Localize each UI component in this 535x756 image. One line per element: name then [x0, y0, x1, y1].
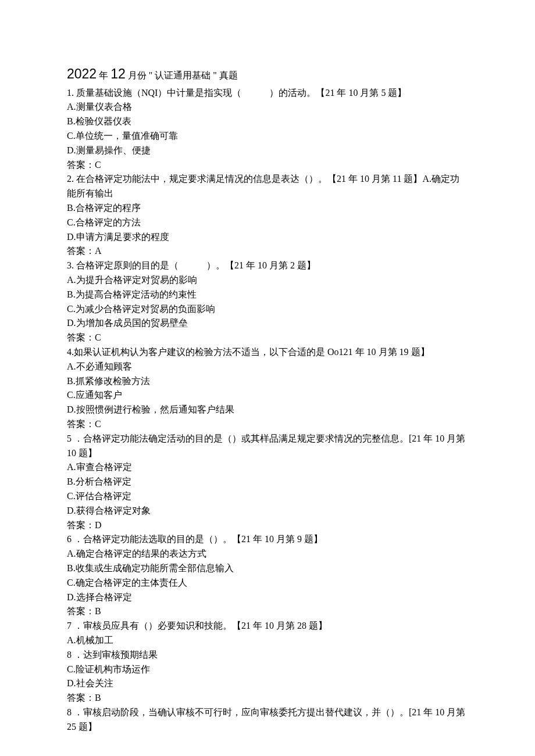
option-d: D.申请方满足要求的程度	[67, 230, 468, 245]
option-c: C.为减少合格评定对贸易的负面影响	[67, 302, 468, 317]
option-b: B.收集或生成确定功能所需全部信息输入	[67, 561, 468, 576]
question-6: 6 ．合格评定功能法选取的目的是（）。【21 年 10 月第 9 题】 A.确定…	[67, 532, 468, 619]
option-b: B.合格评定的程序	[67, 201, 468, 216]
option-d: D.按照惯例进行检验，然后通知客户结果	[67, 403, 468, 417]
option-c: C.险证机构市场运作	[67, 662, 468, 677]
question-8: 8 ．审核启动阶段，当确认审核不可行时，应向审核委托方提出替代建议，并（）。[2…	[67, 705, 468, 734]
question-1: 1. 质量基础设施（NQI）中计量是指实现（ ）的活动。【21 年 10 月第 …	[67, 86, 468, 173]
option-c: C.合格评定的方法	[67, 216, 468, 230]
option-a: A.不必通知顾客	[67, 360, 468, 374]
title-month: 12	[110, 66, 126, 81]
question-stem: 8 ．审核启动阶段，当确认审核不可行时，应向审核委托方提出替代建议，并（）。[2…	[67, 705, 468, 734]
option-d: D.选择合格评定	[67, 590, 468, 605]
option-c: C.评估合格评定	[67, 489, 468, 504]
option-b: B.抓紧修改检验方法	[67, 374, 468, 389]
question-3: 3. 合格评定原则的目的是（ ）。【21 年 10 月第 2 题】 A.为提升合…	[67, 259, 468, 345]
option-a: A.机械加工	[67, 633, 468, 648]
answer: 答案：C	[67, 331, 468, 345]
question-stem: 7 ．审核员应具有（）必要知识和技能。【21 年 10 月第 28 题】	[67, 619, 468, 633]
title-year-suffix: 年	[97, 70, 110, 80]
title-month-suffix: 月份 " 认证通用基础 " 真题	[126, 70, 238, 80]
answer: 答案：C	[67, 417, 468, 432]
answer: 答案：D	[67, 518, 468, 533]
document-title: 2022 年 12 月份 " 认证通用基础 " 真题	[67, 64, 468, 85]
question-stem: 5 ．合格评定功能法确定活动的目的是（）或其样品满足规定要求情况的完整信息。[2…	[67, 432, 468, 461]
question-stem: 4.如果认证机构认为客户建议的检验方法不适当，以下合适的是 Oo121 年 10…	[67, 345, 468, 360]
question-stem: 3. 合格评定原则的目的是（ ）。【21 年 10 月第 2 题】	[67, 259, 468, 273]
question-stem: 1. 质量基础设施（NQI）中计量是指实现（ ）的活动。【21 年 10 月第 …	[67, 86, 468, 101]
option-c: C.确定合格评定的主体责任人	[67, 576, 468, 590]
answer: 答案：B	[67, 691, 468, 705]
question-5: 5 ．合格评定功能法确定活动的目的是（）或其样品满足规定要求情况的完整信息。[2…	[67, 432, 468, 533]
option-a: A.测量仪表合格	[67, 100, 468, 114]
option-d: D.测量易操作、便捷	[67, 144, 468, 158]
option-c: C.应通知客户	[67, 388, 468, 403]
question-stem: 6 ．合格评定功能法选取的目的是（）。【21 年 10 月第 9 题】	[67, 532, 468, 547]
option-d: D.为增加各成员国的贸易壁垒	[67, 316, 468, 331]
title-year: 2022	[67, 66, 97, 81]
option-a: A.确定合格评定的结果的表达方式	[67, 547, 468, 561]
answer: 答案：B	[67, 604, 468, 619]
option-b: B.检验仪器仪表	[67, 114, 468, 129]
question-7: 7 ．审核员应具有（）必要知识和技能。【21 年 10 月第 28 题】 A.机…	[67, 619, 468, 705]
option-d: D.获得合格评定对象	[67, 504, 468, 518]
question-stem: 2. 在合格评定功能法中，规定要求满足情况的信息是表达（）。【21 年 10 月…	[67, 172, 468, 201]
answer: 答案：C	[67, 158, 468, 173]
option-a: A.审查合格评定	[67, 460, 468, 475]
answer: 答案：A	[67, 244, 468, 259]
option-d: D.社会关注	[67, 676, 468, 691]
option-b: B.为提高合格评定活动的约束性	[67, 288, 468, 302]
option-b: 8 ．达到审核预期结果	[67, 648, 468, 662]
option-c: C.单位统一，量值准确可靠	[67, 129, 468, 144]
question-2: 2. 在合格评定功能法中，规定要求满足情况的信息是表达（）。【21 年 10 月…	[67, 172, 468, 259]
question-4: 4.如果认证机构认为客户建议的检验方法不适当，以下合适的是 Oo121 年 10…	[67, 345, 468, 432]
option-a: A.为提升合格评定对贸易的影响	[67, 273, 468, 288]
option-b: B.分析合格评定	[67, 475, 468, 489]
